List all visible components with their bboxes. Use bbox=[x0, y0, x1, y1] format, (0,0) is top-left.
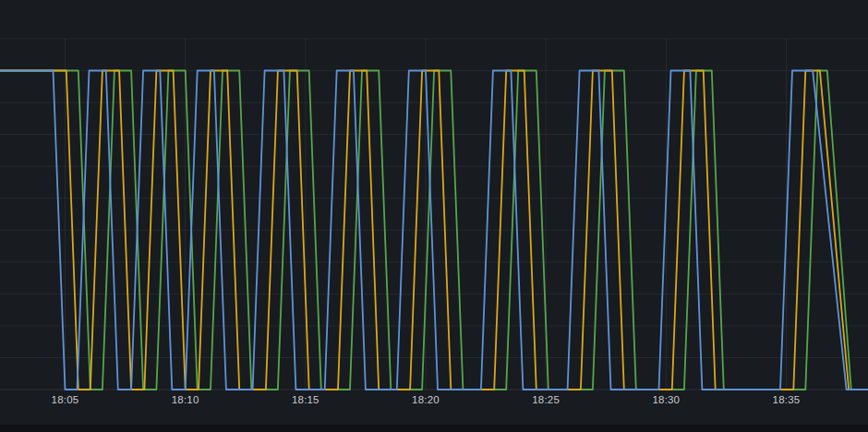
time-series-chart[interactable] bbox=[0, 0, 868, 432]
page-background-strip bbox=[0, 425, 868, 432]
grafana-time-series-panel: 18:0518:1018:1518:2018:2518:3018:35 bbox=[0, 0, 868, 432]
